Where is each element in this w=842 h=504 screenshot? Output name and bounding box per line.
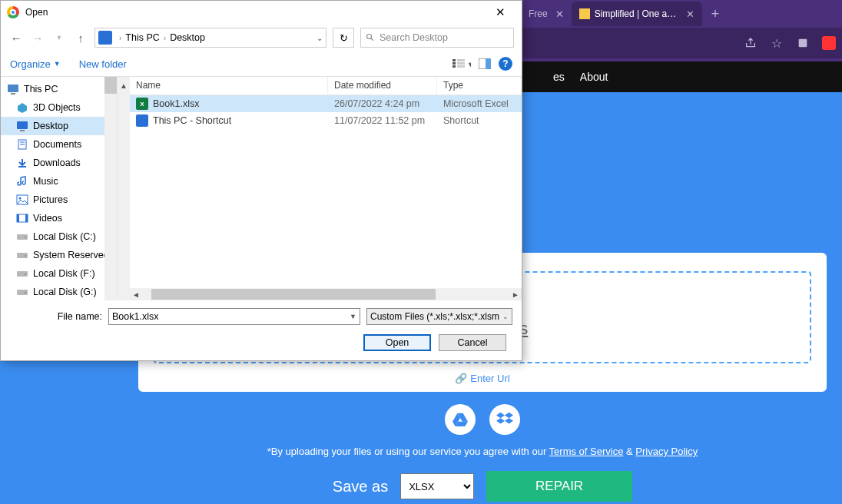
extensions-icon[interactable] (796, 36, 810, 50)
file-open-dialog: Open ✕ ← → ▼ ↑ › This PC › Desktop ⌄ ↻ S… (0, 0, 522, 361)
disk-icon (16, 287, 28, 297)
enter-url-link[interactable]: 🔗 Enter Url (154, 373, 811, 384)
up-button[interactable]: ↑ (73, 32, 88, 45)
chevron-right-icon: › (161, 34, 168, 42)
file-row[interactable]: This PC - Shortcut11/07/2022 11:52 pmSho… (130, 112, 522, 129)
horizontal-scrollbar[interactable]: ◄ ► (130, 288, 522, 300)
nav-item[interactable]: es (553, 71, 565, 83)
help-button[interactable]: ? (499, 57, 512, 71)
svg-rect-43 (17, 214, 19, 222)
tree-item-music[interactable]: Music (1, 172, 117, 191)
tree-item-downloads[interactable]: Downloads (1, 154, 117, 172)
tree-resize-gutter[interactable]: ▲ (118, 77, 130, 300)
organize-menu[interactable]: Organize ▼ (10, 58, 61, 70)
tree-item-this-pc[interactable]: This PC (1, 80, 117, 98)
new-tab-button[interactable]: + (702, 6, 729, 22)
browser-tab[interactable]: Simplified | One app to design, c ✕ (572, 2, 702, 26)
disclaimer-prefix: *By uploading your files or using our se… (267, 446, 549, 457)
pic-icon (16, 194, 28, 205)
chevron-down-icon[interactable]: ▼ (350, 313, 356, 320)
file-row[interactable]: XBook1.xlsx26/07/2022 4:24 pmMicrosoft E… (130, 95, 522, 112)
tree-item-pictures[interactable]: Pictures (1, 191, 117, 209)
tree-item-3d-objects[interactable]: 3D Objects (1, 98, 117, 117)
crumb-desktop[interactable]: Desktop (170, 32, 205, 43)
breadcrumb[interactable]: › This PC › Desktop ⌄ (94, 28, 327, 48)
save-row: Save as XLSX REPAIR (138, 471, 827, 502)
back-button[interactable]: ← (8, 32, 24, 45)
col-date[interactable]: Date modified (328, 77, 437, 94)
dropbox-button[interactable] (489, 404, 520, 435)
chevron-down-icon[interactable]: ⌄ (317, 34, 323, 42)
folder-tree[interactable]: This PC3D ObjectsDesktopDocumentsDownloa… (1, 77, 118, 300)
cancel-button[interactable]: Cancel (439, 334, 506, 351)
down-icon (16, 158, 28, 168)
close-icon[interactable]: ✕ (485, 5, 515, 19)
tab-title: Free (529, 8, 548, 19)
filetype-value: Custom Files (*.xls;*.xlsx;*.xlsm (370, 311, 499, 322)
music-icon (16, 176, 28, 187)
scrollbar-thumb[interactable] (151, 289, 436, 300)
pc-icon (98, 31, 112, 45)
svg-rect-47 (17, 253, 28, 258)
recent-dropdown[interactable]: ▼ (51, 34, 67, 41)
repair-button[interactable]: REPAIR (486, 471, 632, 502)
search-placeholder: Search Desktop (380, 32, 448, 43)
chrome-logo-icon (7, 6, 19, 18)
scroll-left-icon[interactable]: ◄ (130, 290, 142, 299)
scrollbar-thumb[interactable] (104, 77, 117, 94)
3d-icon (16, 102, 28, 113)
nav-item-about[interactable]: About (580, 71, 608, 83)
star-icon[interactable]: ☆ (770, 36, 784, 50)
svg-rect-30 (486, 58, 491, 69)
tree-item-local-disk-g-[interactable]: Local Disk (G:) (1, 283, 117, 300)
svg-text:▼: ▼ (467, 61, 471, 68)
tos-link[interactable]: Terms of Service (549, 446, 624, 457)
svg-rect-25 (457, 59, 465, 61)
tree-scrollbar[interactable] (104, 77, 117, 300)
search-input[interactable]: Search Desktop (360, 28, 514, 48)
preview-pane-button[interactable] (479, 58, 491, 69)
refresh-button[interactable]: ↻ (333, 28, 354, 48)
tree-item-videos[interactable]: Videos (1, 209, 117, 227)
svg-line-21 (371, 38, 373, 41)
forward-button[interactable]: → (30, 32, 45, 45)
close-icon[interactable]: ✕ (686, 8, 694, 20)
tree-item-local-disk-c-[interactable]: Local Disk (C:) (1, 227, 117, 246)
link-icon: 🔗 (455, 373, 467, 384)
collapse-icon[interactable]: ▲ (118, 77, 130, 94)
svg-rect-26 (457, 62, 465, 65)
xlsx-icon: X (136, 98, 148, 110)
google-drive-button[interactable] (445, 404, 476, 435)
browser-tab[interactable]: Free ✕ (521, 2, 572, 26)
save-format-select[interactable]: XLSX (400, 473, 474, 499)
filetype-select[interactable]: Custom Files (*.xls;*.xlsx;*.xlsm ⌄ (366, 308, 512, 325)
doc-icon (16, 139, 28, 150)
pp-link[interactable]: Privacy Policy (635, 446, 698, 457)
close-icon[interactable]: ✕ (555, 8, 564, 20)
crumb-this-pc[interactable]: This PC (125, 32, 159, 43)
scroll-right-icon[interactable]: ► (509, 290, 522, 299)
filename-value: Book1.xlsx (112, 311, 158, 322)
open-button[interactable]: Open (363, 334, 431, 351)
extension-icon[interactable] (822, 36, 836, 50)
filename-input[interactable]: Book1.xlsx ▼ (108, 308, 360, 325)
chevron-down-icon: ▼ (54, 60, 61, 68)
col-type[interactable]: Type (437, 77, 522, 94)
svg-point-20 (367, 35, 372, 39)
tree-item-documents[interactable]: Documents (1, 135, 117, 154)
disclaimer: *By uploading your files or using our se… (138, 446, 827, 457)
col-name[interactable]: Name (130, 77, 328, 94)
svg-point-48 (25, 255, 26, 257)
file-list[interactable]: XBook1.xlsx26/07/2022 4:24 pmMicrosoft E… (130, 95, 522, 288)
new-folder-button[interactable]: New folder (79, 58, 127, 70)
tree-item-desktop[interactable]: Desktop (1, 117, 117, 135)
tree-item-system-reserved[interactable]: System Reserved (1, 246, 117, 264)
view-mode-button[interactable]: ▼ (452, 58, 471, 69)
file-header[interactable]: Name Date modified Type (130, 77, 522, 95)
tree-item-local-disk-f-[interactable]: Local Disk (F:) (1, 264, 117, 283)
svg-marker-16 (496, 413, 505, 418)
svg-rect-22 (452, 59, 456, 61)
svg-marker-18 (496, 418, 505, 423)
shortcut-icon (136, 114, 148, 127)
share-icon[interactable] (744, 36, 757, 50)
